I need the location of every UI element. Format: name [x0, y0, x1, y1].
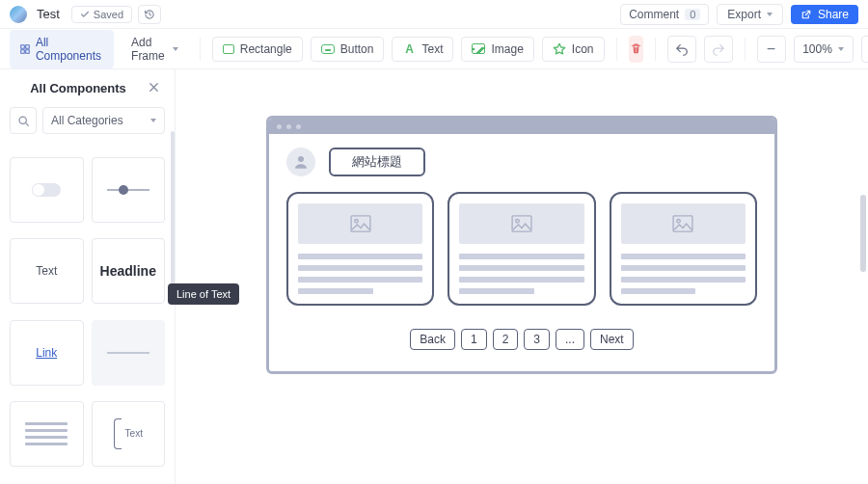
- page-3[interactable]: 3: [524, 329, 550, 350]
- trash-icon: [630, 42, 642, 55]
- page-ellipsis: ...: [556, 329, 584, 350]
- sidebar-title: All Components: [12, 81, 145, 95]
- svg-point-3: [19, 117, 26, 123]
- page-1[interactable]: 1: [461, 329, 487, 350]
- image-placeholder: [298, 203, 422, 244]
- mockup-card[interactable]: [286, 192, 434, 306]
- grid-icon: [20, 43, 30, 55]
- svg-point-6: [354, 220, 358, 224]
- zoom-level[interactable]: 100%: [794, 36, 854, 63]
- zoom-in-button[interactable]: +: [861, 36, 868, 63]
- mockup-window[interactable]: 網站標題: [266, 116, 777, 374]
- image-tool[interactable]: Image: [461, 37, 533, 62]
- svg-rect-9: [673, 216, 692, 231]
- mockup-card[interactable]: [448, 192, 595, 306]
- zoom-out-button[interactable]: −: [757, 36, 786, 63]
- user-icon: [292, 153, 310, 171]
- text-placeholder: [298, 254, 422, 294]
- image-placeholder: [621, 203, 746, 244]
- app-logo: [10, 6, 27, 23]
- chevron-down-icon: [838, 47, 844, 51]
- site-title[interactable]: 網站標題: [329, 148, 425, 176]
- canvas-scrollbar[interactable]: [860, 195, 866, 272]
- paragraph-icon: [25, 422, 68, 445]
- history-icon: [144, 9, 155, 20]
- icon-tool[interactable]: Icon: [542, 37, 605, 62]
- redo-button[interactable]: [704, 36, 733, 63]
- chevron-down-icon: [173, 47, 178, 51]
- category-select[interactable]: All Categories: [42, 107, 165, 134]
- component-headline[interactable]: Headline: [92, 238, 166, 304]
- component-annotation[interactable]: Text: [92, 401, 166, 467]
- mockup-card[interactable]: [610, 192, 757, 306]
- page-2[interactable]: 2: [493, 329, 519, 350]
- toggle-icon: [32, 183, 61, 197]
- svg-point-8: [516, 220, 520, 224]
- image-icon: [511, 215, 532, 232]
- share-icon: [800, 9, 812, 20]
- canvas[interactable]: 網站標題: [176, 69, 868, 484]
- brace-icon: [114, 418, 122, 449]
- document-title[interactable]: Test: [37, 7, 60, 21]
- component-text[interactable]: Text: [10, 238, 84, 304]
- minus-icon: −: [767, 40, 775, 58]
- svg-rect-5: [351, 216, 370, 231]
- page-next[interactable]: Next: [590, 329, 634, 350]
- comment-button[interactable]: Comment 0: [620, 4, 709, 25]
- image-icon: [672, 215, 693, 232]
- component-paragraph[interactable]: [10, 401, 84, 467]
- component-link[interactable]: Link: [10, 320, 84, 386]
- saved-status: Saved: [71, 6, 132, 23]
- delete-button[interactable]: [629, 36, 643, 63]
- share-button[interactable]: Share: [791, 5, 858, 24]
- history-button[interactable]: [138, 5, 161, 24]
- saved-label: Saved: [94, 9, 123, 20]
- star-icon: [553, 42, 566, 56]
- top-bar: Test Saved Comment 0 Export Share: [0, 0, 868, 29]
- close-sidebar-button[interactable]: [145, 79, 163, 97]
- check-icon: [80, 10, 90, 19]
- svg-point-10: [677, 220, 681, 224]
- component-toggle[interactable]: [10, 157, 84, 223]
- avatar: [286, 148, 315, 176]
- slider-icon: [107, 189, 149, 191]
- button-tool[interactable]: Button: [311, 37, 385, 62]
- comment-count: 0: [685, 9, 700, 20]
- image-placeholder: [459, 203, 583, 244]
- chevron-down-icon: [767, 13, 773, 16]
- rectangle-icon: [223, 44, 234, 54]
- component-line-of-text[interactable]: [92, 320, 166, 386]
- chevron-down-icon: [150, 119, 156, 122]
- text-placeholder: [621, 254, 746, 294]
- page-back[interactable]: Back: [410, 329, 455, 350]
- add-frame-button[interactable]: Add Frame: [122, 31, 188, 67]
- main-area: All Components All Categories Text Headl…: [0, 69, 868, 484]
- line-icon: [107, 352, 149, 354]
- rectangle-tool[interactable]: Rectangle: [212, 37, 303, 62]
- text-icon: A: [402, 42, 416, 56]
- text-placeholder: [459, 254, 583, 294]
- export-button[interactable]: Export: [717, 4, 783, 25]
- undo-icon: [675, 42, 689, 56]
- pagination: Back 1 2 3 ... Next: [286, 329, 757, 350]
- component-slider[interactable]: [92, 157, 166, 223]
- svg-rect-7: [512, 216, 531, 231]
- close-icon: [149, 82, 159, 93]
- component-tooltip: Line of Text: [168, 283, 239, 305]
- main-toolbar: All Components Add Frame Rectangle Butto…: [0, 29, 868, 69]
- search-icon: [17, 115, 30, 127]
- text-tool[interactable]: AText: [392, 37, 453, 62]
- button-icon: [321, 44, 335, 54]
- redo-icon: [712, 42, 725, 56]
- image-icon: [472, 43, 485, 54]
- undo-button[interactable]: [667, 36, 696, 63]
- image-icon: [350, 215, 371, 232]
- mockup-titlebar: [269, 119, 774, 134]
- components-sidebar: All Components All Categories Text Headl…: [0, 69, 176, 484]
- svg-point-4: [298, 156, 304, 162]
- all-components-button[interactable]: All Components: [10, 30, 114, 68]
- component-search[interactable]: [10, 107, 37, 134]
